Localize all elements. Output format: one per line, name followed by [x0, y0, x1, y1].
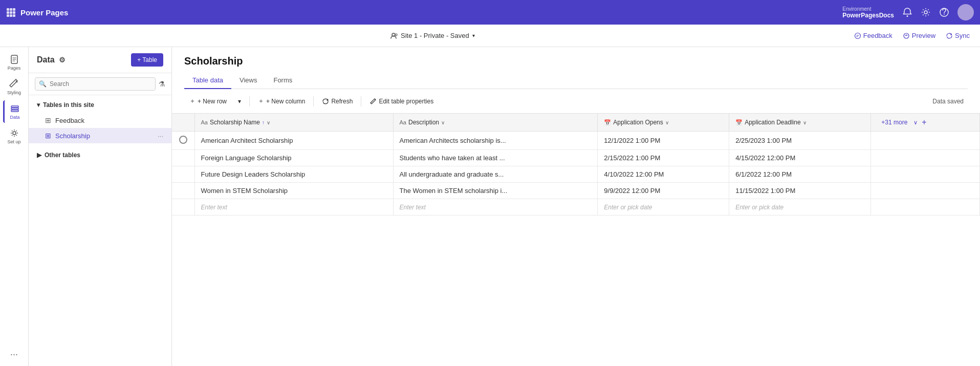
page-title: Scholarship: [184, 55, 968, 67]
search-wrapper: 🔍: [35, 77, 156, 91]
th-more-columns[interactable]: +31 more ∨ +: [871, 114, 980, 132]
preview-button[interactable]: Preview: [903, 32, 935, 39]
th-description[interactable]: Aa Description ∨: [393, 114, 598, 132]
apps-grid-button[interactable]: [6, 8, 15, 17]
site-name: Site 1 - Private - Saved: [401, 32, 469, 39]
new-column-button[interactable]: ＋ + New column: [253, 94, 310, 108]
refresh-icon: [322, 98, 329, 105]
table-header-row: Aa Scholarship Name ↑ ∨ Aa Description ∨: [172, 114, 980, 132]
new-row-dropdown-button[interactable]: ▾: [233, 95, 246, 107]
feedback-icon: [854, 32, 861, 39]
row-4-opens[interactable]: 9/9/2022 12:00 PM: [598, 183, 729, 199]
desc-filter-icon[interactable]: ∨: [441, 120, 445, 125]
sync-button[interactable]: Sync: [946, 32, 970, 39]
feedback-button[interactable]: Feedback: [854, 32, 892, 39]
tab-views[interactable]: Views: [231, 72, 265, 89]
sidebar-item-scholarship[interactable]: ⊞ Scholarship ···: [29, 128, 171, 143]
other-tables-chevron: ▶: [37, 152, 41, 159]
sidebar-item-pages[interactable]: Pages: [3, 51, 26, 74]
help-button[interactable]: [939, 7, 949, 17]
preview-icon: [903, 32, 910, 39]
notifications-button[interactable]: [902, 7, 912, 17]
row-4-desc[interactable]: The Women in STEM scholarship i...: [393, 183, 598, 199]
filter-icon[interactable]: ⚗: [159, 80, 165, 88]
th-scholarship-name[interactable]: Aa Scholarship Name ↑ ∨: [194, 114, 393, 132]
icon-sidebar: Pages Styling Data Set up ···: [0, 47, 29, 366]
more-options-button[interactable]: ···: [10, 349, 18, 360]
svg-rect-18: [11, 110, 18, 112]
tab-table-data[interactable]: Table data: [184, 72, 231, 89]
col-filter-icon[interactable]: ∨: [267, 120, 270, 125]
feedback-table-icon: ⊞: [45, 116, 51, 124]
svg-rect-17: [11, 108, 18, 110]
scholarship-more-button[interactable]: ···: [158, 132, 163, 140]
row-4-select[interactable]: [172, 183, 194, 199]
svg-point-19: [13, 132, 16, 135]
new-row: Enter text Enter text Enter or pick date…: [172, 199, 980, 216]
row-1-deadline[interactable]: 2/25/2023 1:00 PM: [729, 132, 871, 150]
sidebar-item-data[interactable]: Data: [3, 100, 26, 123]
th-application-deadline[interactable]: 📅 Application Deadline ∨: [729, 114, 871, 132]
refresh-button[interactable]: Refresh: [317, 95, 358, 107]
env-name: PowerPagesDocs: [842, 12, 894, 19]
deadline-filter-icon[interactable]: ∨: [803, 120, 807, 125]
new-row-deadline[interactable]: Enter or pick date: [729, 199, 871, 216]
toolbar-separator-2: [313, 96, 314, 106]
site-dropdown-arrow[interactable]: ▾: [472, 33, 475, 38]
row-3-name[interactable]: Future Design Leaders Scholarship: [194, 166, 393, 183]
row-3-select[interactable]: [172, 166, 194, 183]
more-cols-chevron[interactable]: ∨: [913, 119, 918, 126]
tables-in-site-header[interactable]: ▾ Tables in this site: [29, 97, 171, 113]
content-header: Scholarship Table data Views Forms: [172, 47, 980, 89]
env-label: Environment: [842, 6, 894, 12]
tab-forms[interactable]: Forms: [265, 72, 300, 89]
new-row-select: [172, 199, 194, 216]
row-1-desc[interactable]: American Architects scholarship is...: [393, 132, 598, 150]
add-table-button[interactable]: + Table: [131, 53, 163, 67]
row-3-deadline[interactable]: 6/1/2022 12:00 PM: [729, 166, 871, 183]
tables-in-site-section: ▾ Tables in this site ⊞ Feedback ⊞ Schol…: [29, 95, 171, 145]
sidebar-item-feedback[interactable]: ⊞ Feedback: [29, 113, 171, 128]
tables-section-chevron: ▾: [37, 101, 40, 109]
row-radio[interactable]: [179, 136, 187, 144]
th-application-opens[interactable]: 📅 Application Opens ∨: [598, 114, 729, 132]
new-row-name[interactable]: Enter text: [194, 199, 393, 216]
opens-filter-icon[interactable]: ∨: [665, 120, 669, 125]
row-2-deadline[interactable]: 4/15/2022 12:00 PM: [729, 150, 871, 166]
data-settings-icon[interactable]: ⚙: [59, 56, 66, 64]
row-2-select[interactable]: [172, 150, 194, 166]
svg-point-10: [924, 11, 927, 14]
row-3-opens[interactable]: 4/10/2022 12:00 PM: [598, 166, 729, 183]
svg-rect-3: [7, 11, 9, 14]
row-2-desc[interactable]: Students who have taken at least ...: [393, 150, 598, 166]
row-1-name[interactable]: American Architect Scholarship: [194, 132, 393, 150]
scholarship-table-icon: ⊞: [45, 132, 51, 140]
svg-point-9: [907, 15, 908, 17]
add-column-btn[interactable]: +: [920, 118, 928, 127]
new-row-button[interactable]: ＋ + New row: [184, 94, 232, 108]
avatar[interactable]: [957, 4, 974, 20]
row-3-desc[interactable]: All undergraduate and graduate s...: [393, 166, 598, 183]
new-row-desc[interactable]: Enter text: [393, 199, 598, 216]
other-tables-header[interactable]: ▶ Other tables: [29, 147, 171, 163]
main-content: Scholarship Table data Views Forms ＋ + N…: [172, 47, 980, 366]
new-row-opens[interactable]: Enter or pick date: [598, 199, 729, 216]
table-area: Aa Scholarship Name ↑ ∨ Aa Description ∨: [172, 114, 980, 366]
row-2-name[interactable]: Foreign Language Scholarship: [194, 150, 393, 166]
more-columns-button[interactable]: +31 more: [877, 119, 911, 126]
row-4-name[interactable]: Women in STEM Scholarship: [194, 183, 393, 199]
svg-rect-2: [13, 8, 15, 11]
search-input[interactable]: [35, 77, 156, 91]
sidebar-item-setup[interactable]: Set up: [3, 125, 26, 147]
settings-button[interactable]: [921, 7, 931, 17]
data-sidebar-header: Data ⚙ + Table: [29, 47, 171, 73]
search-icon: 🔍: [39, 80, 47, 88]
row-2-opens[interactable]: 2/15/2022 1:00 PM: [598, 150, 729, 166]
sidebar-item-styling[interactable]: Styling: [3, 76, 26, 98]
row-4-deadline[interactable]: 11/15/2022 1:00 PM: [729, 183, 871, 199]
text-col-icon: Aa: [201, 119, 208, 125]
row-1-opens[interactable]: 12/1/2022 1:00 PM: [598, 132, 729, 150]
row-1-select[interactable]: [172, 132, 194, 150]
svg-rect-1: [10, 8, 12, 11]
edit-table-properties-button[interactable]: Edit table properties: [364, 95, 439, 107]
